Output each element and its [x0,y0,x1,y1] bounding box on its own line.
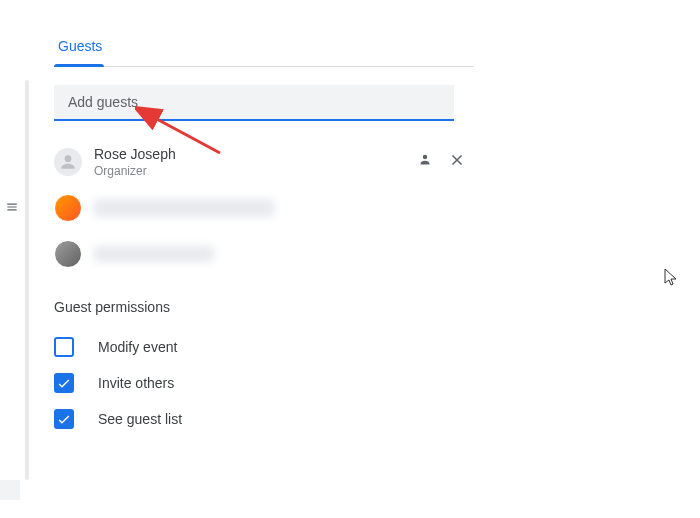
avatar [54,240,82,268]
tab-header: Guests [54,30,474,67]
add-guests-input[interactable]: Add guests [54,85,454,121]
svg-point-0 [65,155,72,162]
permissions-section: Guest permissions Modify event Invite ot… [54,299,474,437]
perm-row-invite: Invite others [54,365,474,401]
perm-row-modify: Modify event [54,329,474,365]
avatar [54,194,82,222]
perm-label-seelist: See guest list [98,411,182,427]
guest-row-redacted-1[interactable] [54,185,474,231]
perm-checkbox-modify[interactable] [54,337,74,357]
left-rail [25,80,29,480]
guest-role: Organizer [94,163,176,179]
perm-label-modify: Modify event [98,339,177,355]
cursor-icon [664,268,680,288]
tab-guests[interactable]: Guests [54,30,112,66]
guest-info [94,199,274,217]
permissions-title: Guest permissions [54,299,474,315]
make-optional-icon[interactable] [416,151,434,173]
add-guests-placeholder: Add guests [68,94,138,110]
guest-info [94,246,214,262]
guest-list: Rose Joseph Organizer [54,139,474,277]
guest-row-organizer[interactable]: Rose Joseph Organizer [54,139,474,185]
guest-actions [416,151,466,173]
redacted-email [94,246,214,262]
remove-guest-icon[interactable] [448,151,466,173]
guest-row-redacted-2[interactable] [54,231,474,277]
avatar [54,148,82,176]
perm-checkbox-seelist[interactable] [54,409,74,429]
redacted-email [94,199,274,217]
perm-checkbox-invite[interactable] [54,373,74,393]
left-rail-icon [5,200,19,214]
perm-row-seelist: See guest list [54,401,474,437]
svg-point-1 [423,155,428,160]
left-box [0,480,20,500]
guests-panel: Guests Add guests Rose Joseph Organizer [54,30,474,437]
guest-info: Rose Joseph Organizer [94,145,176,179]
guest-name: Rose Joseph [94,145,176,163]
perm-label-invite: Invite others [98,375,174,391]
